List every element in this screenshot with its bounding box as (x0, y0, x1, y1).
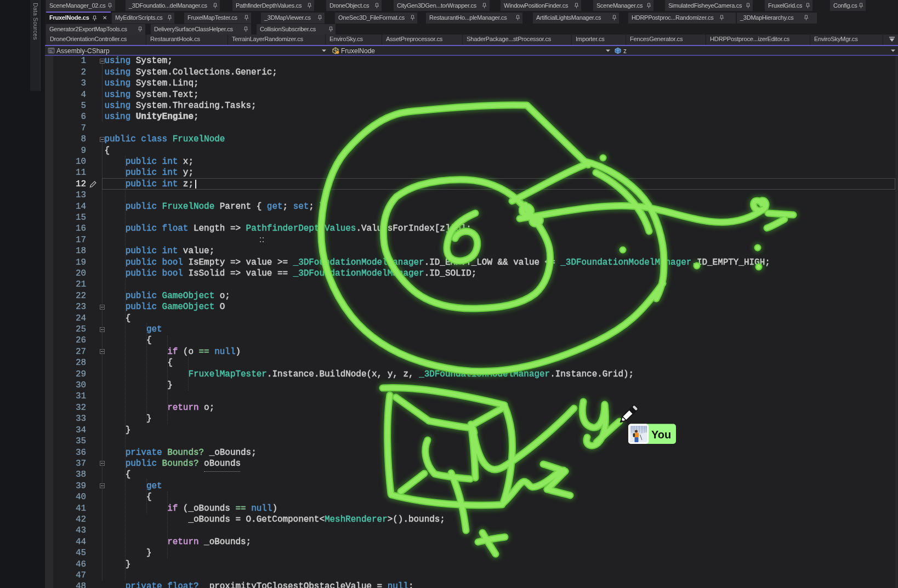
svg-text:You: You (651, 429, 671, 441)
